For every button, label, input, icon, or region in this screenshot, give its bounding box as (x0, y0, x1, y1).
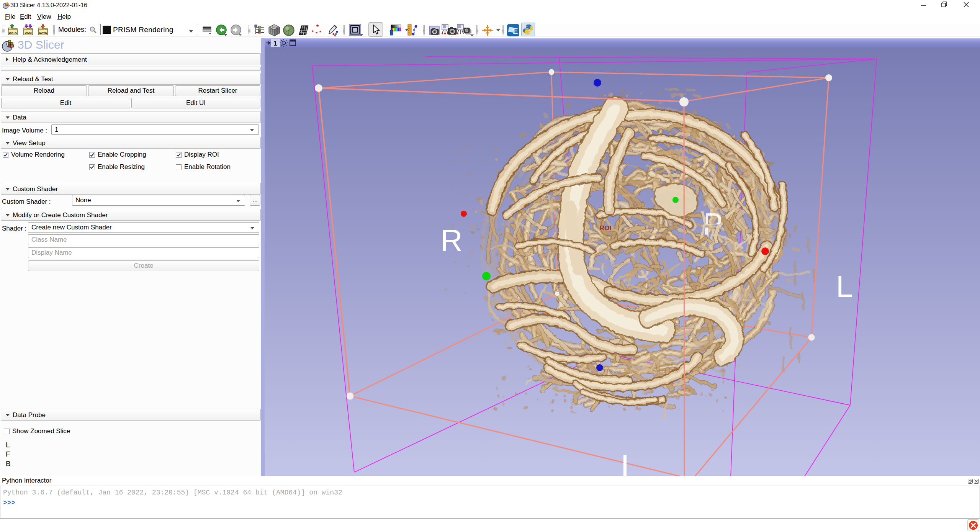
svg-text:SAVE: SAVE (39, 31, 47, 34)
svg-text:*: * (316, 31, 318, 36)
svg-text:L: L (836, 269, 853, 303)
svg-text:1: 1 (273, 40, 277, 47)
svg-text:*: * (316, 24, 319, 30)
svg-text:*: * (312, 29, 314, 35)
svg-text:DATA: DATA (9, 31, 17, 34)
svg-text:E: E (513, 27, 518, 35)
svg-text:I: I (620, 448, 630, 476)
svg-text:*: * (319, 29, 322, 35)
svg-text:ROI: ROI (600, 224, 611, 232)
svg-text:R: R (440, 223, 463, 257)
svg-text:DCM: DCM (25, 31, 32, 34)
